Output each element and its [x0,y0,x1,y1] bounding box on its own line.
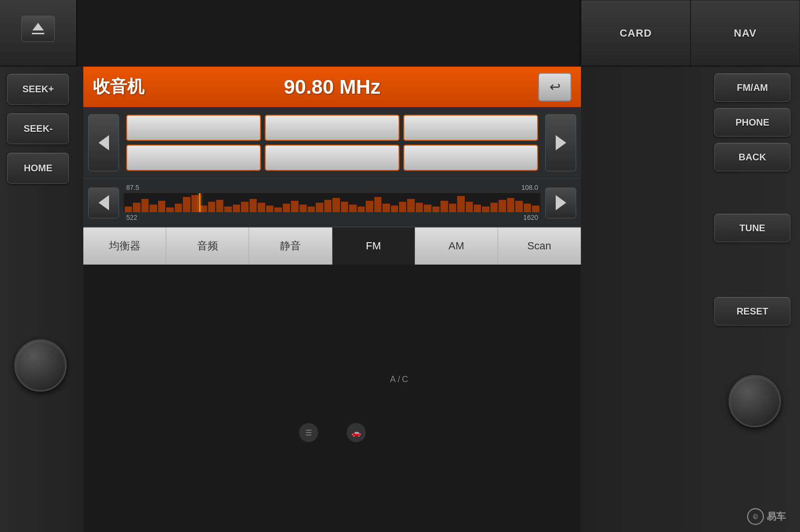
pwr-vol-knob[interactable] [14,339,67,392]
tick [457,196,464,212]
freq-bar-visual[interactable] [124,193,540,212]
tick [332,198,340,212]
tune-prev-button[interactable] [88,187,119,218]
tune-next-button[interactable] [545,187,576,218]
tick [524,204,531,212]
menu-icon[interactable]: ☰ [299,423,318,442]
watermark: © 易车 [747,508,786,525]
tick [233,205,240,212]
ac-label: A/C [390,374,410,384]
preset-button-6[interactable] [403,145,538,171]
display-screen: 收音机 90.80 MHz ↩ [83,67,581,333]
freq-start-label: 87.5 [126,184,139,191]
tick [258,203,265,212]
tick [274,207,281,212]
tick [175,204,182,212]
arrow-left-icon [99,135,109,150]
mute-button[interactable]: 静音 [249,227,332,265]
nav-button[interactable]: NAV [690,0,800,67]
tick [391,206,398,212]
tick [125,207,132,212]
preset-button-5[interactable] [265,145,400,171]
tick [466,202,473,212]
reset-area: RESET [714,295,790,327]
radio-title: 收音机 [93,75,144,99]
home-button[interactable]: HOME [7,153,69,184]
watermark-brand: 易车 [767,510,786,523]
freq-bottom-labels: 522 1620 [124,214,540,221]
phone-button[interactable]: PHONE [714,108,790,137]
card-button[interactable]: CARD [581,0,690,67]
card-slot [76,0,581,67]
tune-arrow-left-icon [99,195,109,210]
bottom-area: ☰ 🚗 [83,333,581,532]
preset-button-2[interactable] [265,115,400,141]
back-button[interactable]: ↩ [538,73,571,101]
fm-am-button[interactable]: FM/AM [714,73,790,102]
tick [382,204,390,212]
tick [308,207,315,212]
back-phys-button[interactable]: BACK [714,143,790,171]
tick [366,201,373,212]
tick [300,205,307,212]
tick [499,200,506,212]
audio-button[interactable]: 音频 [166,227,249,265]
tick [241,202,248,212]
bottom-controls: 均衡器 音频 静音 FM AM Scan [83,227,581,265]
top-right-buttons: CARD NAV [581,0,800,67]
tick [432,207,440,212]
seek-plus-button[interactable]: SEEK+ [7,74,69,105]
am-button[interactable]: AM [415,227,498,265]
tick [532,206,539,212]
frequency-display: 90.80 MHz [284,76,380,99]
freq-am-start-label: 522 [126,214,137,221]
seek-minus-button[interactable]: SEEK- [7,113,69,144]
tune-knob[interactable] [729,375,781,427]
tick [424,205,431,212]
preset-next-button[interactable] [545,114,576,171]
reset-button[interactable]: RESET [714,297,790,325]
tune-button[interactable]: TUNE [714,214,790,242]
cd-eject-area [10,10,67,48]
tune-arrow-right-icon [556,195,566,210]
right-buttons: FM/AM PHONE BACK RESET TUNE [581,67,800,532]
preset-button-1[interactable] [126,115,261,141]
tick [399,202,406,212]
top-bar: CARD NAV [0,0,800,67]
presets-grid [124,115,540,171]
tick [474,205,481,212]
right-knob-area [719,365,790,437]
tick [224,207,231,212]
tick [374,197,381,212]
tick [166,207,173,212]
eject-line-icon [32,33,44,34]
tick [341,202,348,212]
screen-header: 收音机 90.80 MHz ↩ [83,67,581,107]
tick [316,203,323,212]
fm-button[interactable]: FM [332,227,415,265]
equalizer-button[interactable]: 均衡器 [83,227,166,265]
left-buttons: SEEK+ SEEK- HOME PWR·VOL [0,67,83,532]
stereo-unit: CARD NAV SEEK+ SEEK- HOME PWR·VOL 收音机 90… [0,0,800,532]
scan-button[interactable]: Scan [498,227,581,265]
tick [507,198,514,212]
car-icon[interactable]: 🚗 [347,423,366,442]
watermark-circle: © [747,508,764,525]
preset-prev-button[interactable] [88,114,119,171]
tick [200,206,207,212]
eject-button[interactable] [21,16,55,42]
tick [208,202,215,212]
tick [133,203,140,212]
tick [449,204,456,212]
tick [216,200,223,212]
preset-button-4[interactable] [126,145,261,171]
volume-knob-area [7,332,74,399]
tick [291,201,298,212]
freq-am-end-label: 1620 [523,214,538,221]
tick [266,206,273,212]
tick [250,199,257,212]
tick [150,205,157,212]
tick [416,203,423,212]
tick [283,204,290,212]
preset-button-3[interactable] [403,115,538,141]
